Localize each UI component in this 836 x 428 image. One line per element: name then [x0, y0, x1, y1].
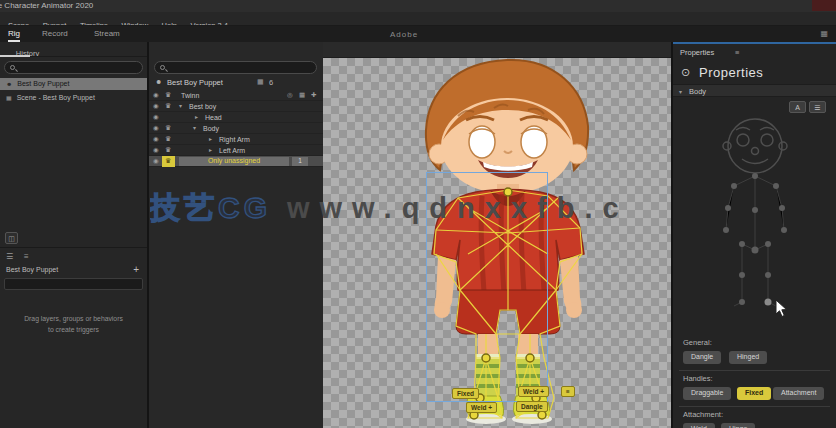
- tag-pill-dangle[interactable]: Dangle: [683, 351, 721, 364]
- selection-rectangle[interactable]: [426, 172, 548, 402]
- handle-tag-chip[interactable]: Dangle: [516, 401, 548, 412]
- tree-row-label: Best boy: [189, 103, 216, 110]
- titlebar: Adobe Character Animator 2020: [0, 0, 836, 12]
- puppet-tree-panel: ☻ Best Boy Puppet ▦ 6 ◉ ♛ Twinn ◎ ▦ ✚ ◉ …: [149, 42, 323, 428]
- tag-pill-hinge[interactable]: Hinge: [721, 423, 755, 428]
- triggers-panel-title: Best Boy Puppet: [6, 266, 58, 273]
- project-panel: Project History ☻ Best Boy Puppet ▦ Scen…: [0, 42, 147, 428]
- tree-row-badge: 1: [292, 157, 308, 166]
- triggers-hint-line1: Drag layers, groups or behaviors: [0, 315, 147, 322]
- tree-row[interactable]: ◉ ♛ ▸ Left Arm: [149, 145, 323, 156]
- mesh-behavior-icon[interactable]: ▦: [299, 91, 305, 99]
- puppet-root-label: Best Boy Puppet: [167, 78, 223, 87]
- tag-pill-weld[interactable]: Weld: [683, 423, 715, 428]
- puppet-root-row[interactable]: ☻ Best Boy Puppet ▦ 6: [149, 76, 323, 89]
- tree-row-label: Head: [205, 114, 222, 121]
- triggers-hint-line2: to create triggers: [0, 326, 147, 333]
- visibility-eye-icon[interactable]: ◉: [153, 135, 159, 143]
- ankle-tag-dot[interactable]: [765, 299, 772, 306]
- trigger-row-placeholder[interactable]: [4, 278, 143, 290]
- camera-behavior-icon[interactable]: ◎: [287, 91, 293, 99]
- puppet-root-icon: ☻: [155, 78, 162, 85]
- project-search-input[interactable]: [4, 61, 143, 74]
- tree-row-label: Right Arm: [219, 136, 250, 143]
- body-section-header[interactable]: ▾ Body: [673, 84, 836, 97]
- mesh-count-icon: ▦: [257, 78, 264, 86]
- tree-row-label: Left Arm: [219, 147, 245, 154]
- properties-title: Properties: [699, 65, 763, 80]
- tab-properties[interactable]: Properties: [680, 48, 714, 57]
- tree-row-label: Twinn: [181, 92, 199, 99]
- tree-row[interactable]: ◉ ♛ Twinn ◎ ▦ ✚: [149, 90, 323, 101]
- body-tag-diagram[interactable]: [690, 110, 820, 335]
- project-item-label: Scene - Best Boy Puppet: [17, 94, 95, 101]
- tab-stream[interactable]: Stream: [94, 29, 120, 38]
- body-section-label: Body: [689, 87, 706, 96]
- workspace-tabstrip: Rig Record Stream Adobe ▦: [0, 26, 836, 42]
- visibility-eye-icon[interactable]: ◉: [153, 91, 159, 99]
- puppet-root-count: 6: [269, 78, 273, 87]
- visibility-eye-icon[interactable]: ◉: [153, 124, 159, 132]
- menubar: File Edit Scene Puppet Timeline Window H…: [0, 12, 836, 26]
- puppet-properties-icon: ⊙: [681, 66, 690, 79]
- independent-crown-icon[interactable]: ♛: [165, 146, 171, 154]
- visibility-eye-icon[interactable]: ◉: [153, 102, 159, 110]
- handle-tag-chip[interactable]: Weld +: [518, 386, 549, 397]
- tree-row-label: Only unassigned: [179, 157, 289, 166]
- independent-crown-icon[interactable]: ♛: [165, 135, 171, 143]
- handle-tag-chip[interactable]: Fixed: [452, 388, 479, 399]
- visibility-eye-icon[interactable]: ◉: [153, 146, 159, 154]
- tabstrip-right-text: Adobe: [390, 30, 418, 39]
- tree-row[interactable]: ◉ ♛ ▾ Body: [149, 123, 323, 134]
- tree-row-label: Body: [203, 125, 219, 132]
- expand-icon[interactable]: ▸: [209, 146, 212, 153]
- expand-icon[interactable]: ▸: [195, 113, 198, 120]
- hand-behavior-icon[interactable]: ✚: [311, 91, 316, 99]
- handle-tag-chip[interactable]: Weld +: [466, 402, 497, 413]
- search-icon: [10, 65, 15, 70]
- properties-panel-menu-icon[interactable]: ≡: [735, 48, 739, 57]
- window-title: Adobe Character Animator 2020: [0, 1, 93, 10]
- independent-crown-icon[interactable]: ♛: [165, 124, 171, 132]
- handle-tag-menu-chip[interactable]: ≡: [561, 386, 575, 397]
- tag-pill-fixed[interactable]: Fixed: [737, 387, 771, 400]
- project-item-label: Best Boy Puppet: [17, 80, 69, 87]
- titlebar-corner-badge[interactable]: [812, 0, 836, 11]
- attachment-group-label: Attachment:: [683, 410, 723, 419]
- scene-file-icon: ▦: [6, 95, 12, 101]
- collapse-icon: ▾: [679, 88, 682, 95]
- tag-pill-attachment[interactable]: Attachment: [773, 387, 824, 400]
- tree-row[interactable]: ◉ ♛ ▾ Best boy: [149, 101, 323, 112]
- puppet-search-input[interactable]: [154, 61, 317, 74]
- collapse-icon[interactable]: ▾: [179, 102, 182, 109]
- puppet-file-icon: ☻: [6, 81, 12, 87]
- tree-row[interactable]: ◉ ▸ Head: [149, 112, 323, 123]
- workspace-switcher-icon[interactable]: ▦: [820, 29, 828, 38]
- general-group-label: General:: [683, 338, 712, 347]
- tag-pill-draggable[interactable]: Draggable: [683, 387, 731, 400]
- collapse-icon[interactable]: ▾: [193, 124, 196, 131]
- panel-view-button[interactable]: ◫: [5, 232, 18, 244]
- properties-panel: Properties ≡ ⊙ Properties ▾ Body A ☰: [673, 42, 836, 428]
- mouse-cursor: [775, 299, 788, 318]
- tree-row[interactable]: ◉ ♛ ▸ Right Arm: [149, 134, 323, 145]
- independent-crown-icon[interactable]: ♛: [165, 157, 171, 165]
- project-tab-underline: [0, 55, 30, 57]
- visibility-eye-icon[interactable]: ◉: [153, 157, 159, 165]
- handles-group-label: Handles:: [683, 374, 713, 383]
- tree-row-selected[interactable]: ◉ ♛ Only unassigned 1: [149, 156, 323, 167]
- expand-icon[interactable]: ▸: [209, 135, 212, 142]
- tag-pill-hinged[interactable]: Hinged: [729, 351, 767, 364]
- triggers-panel-menu-icon[interactable]: ☰: [6, 252, 17, 261]
- project-item-puppet[interactable]: ☻ Best Boy Puppet: [0, 78, 147, 90]
- triggers-panel-options-icon[interactable]: ≡: [24, 252, 33, 261]
- app-window: Adobe Character Animator 2020 File Edit …: [0, 0, 836, 428]
- tab-rig[interactable]: Rig: [8, 29, 20, 38]
- visibility-eye-icon[interactable]: ◉: [153, 113, 159, 121]
- independent-crown-icon[interactable]: ♛: [165, 102, 171, 110]
- add-trigger-button[interactable]: +: [133, 264, 139, 275]
- independent-crown-icon[interactable]: ♛: [165, 91, 171, 99]
- search-icon: [160, 65, 165, 70]
- tab-record[interactable]: Record: [42, 29, 68, 38]
- project-item-scene[interactable]: ▦ Scene - Best Boy Puppet: [0, 92, 147, 104]
